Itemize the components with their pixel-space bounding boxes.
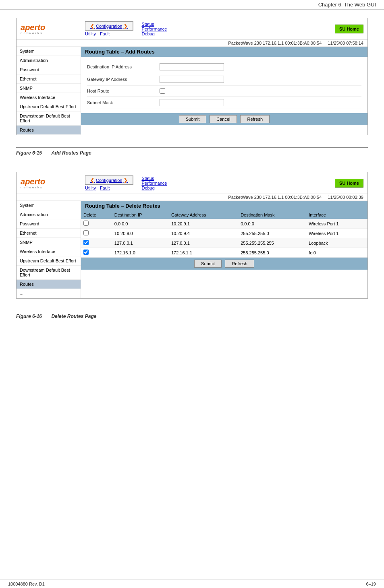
performance-link2[interactable]: Performance — [141, 181, 167, 186]
delete-checkbox-2[interactable] — [83, 230, 89, 235]
figure1-caption: Figure 6-15 Add Routes Page — [16, 147, 368, 156]
app2-main: Routing Table – Delete Routes Delete Des… — [81, 201, 367, 298]
sidebar-item-downstream[interactable]: Downstream Default Best Effort — [17, 111, 81, 126]
sidebar2-item-more[interactable]: ... — [17, 289, 81, 298]
cell-gateway-2: 10.20.9.4 — [169, 229, 238, 238]
cell-gateway-3: 127.0.0.1 — [169, 238, 238, 248]
figure1-label: Figure 6-15 — [16, 150, 42, 156]
app2-device-info: PacketWave 230 172.16.1.1 00:01:3B:A0:00… — [17, 194, 367, 201]
figure1-text: Add Routes Page — [51, 150, 91, 156]
sidebar-item-routes[interactable]: Routes — [17, 126, 81, 135]
sidebar2-item-upstream[interactable]: Upstream Default Best Effort — [17, 256, 81, 266]
page-content: aperto networks ❮ Configuration ❯ Utilit… — [0, 10, 384, 335]
host-route-checkbox[interactable] — [160, 88, 165, 94]
app2-su-home-area: SU Home — [335, 179, 363, 188]
sidebar-item-upstream[interactable]: Upstream Default Best Effort — [17, 102, 81, 111]
fault-tab2[interactable]: Fault — [100, 186, 110, 190]
gateway-ip-label: Gateway IP Address — [87, 77, 160, 82]
figure1-frame: aperto networks ❮ Configuration ❯ Utilit… — [16, 18, 368, 135]
performance-link[interactable]: Performance — [141, 27, 167, 31]
app1-device-info: PacketWave 230 172.16.1.1 00:01:3B:A0:00… — [17, 40, 367, 47]
dest-ip-input[interactable] — [160, 63, 224, 70]
refresh-button[interactable]: Refresh — [240, 115, 270, 123]
form-row-dest-ip: Destination IP Address — [87, 61, 361, 73]
logo-sub-text: networks — [21, 31, 43, 35]
cell-dest-ip-4: 172.16.1.0 — [112, 248, 169, 258]
cell-checkbox-4[interactable] — [81, 248, 112, 258]
device-info-text2: PacketWave 230 172.16.1.1 00:01:3B:A0:00… — [228, 195, 322, 200]
figure2-label: Figure 6-16 — [16, 314, 42, 319]
logo-sub-text2: networks — [21, 186, 43, 189]
app2-nav: ❮ Configuration ❯ Utility Fault — [85, 175, 133, 190]
delete-checkbox-3[interactable] — [83, 240, 89, 245]
aperto-logo2: aperto networks — [21, 177, 85, 189]
app1-config-group[interactable]: ❮ Configuration ❯ — [85, 21, 133, 31]
app2-sidebar: System Administration Password Ethernet … — [17, 201, 81, 298]
app2-button-row: Submit Refresh — [81, 258, 367, 270]
sidebar-item-wireless[interactable]: Wireless Interface — [17, 93, 81, 102]
app2-logo-area: aperto networks — [21, 177, 85, 189]
status-link2[interactable]: Status — [141, 176, 167, 181]
cell-gateway-1: 10.20.9.1 — [169, 219, 238, 229]
sidebar2-item-administration[interactable]: Administration — [17, 210, 81, 219]
cancel-button[interactable]: Cancel — [210, 115, 237, 123]
delete-checkbox-4[interactable] — [83, 250, 89, 255]
app2-config-group[interactable]: ❮ Configuration ❯ — [85, 175, 133, 185]
cell-interface-3: Loopback — [306, 238, 367, 248]
config-tab2[interactable]: ❮ Configuration ❯ — [85, 176, 133, 184]
device-date-text: 11/25/03 07:58:14 — [328, 41, 363, 45]
cell-checkbox-1[interactable] — [81, 219, 112, 229]
arrow-right-icon: ❯ — [123, 23, 128, 29]
app1-page-title: Routing Table – Add Routes — [81, 47, 367, 57]
cell-checkbox-2[interactable] — [81, 229, 112, 238]
app1-form: Destination IP Address Gateway IP Addres… — [81, 57, 367, 113]
sidebar2-item-snmp[interactable]: SNMP — [17, 238, 81, 247]
sidebar2-item-ethernet[interactable]: Ethernet — [17, 229, 81, 238]
cell-interface-1: Wireless Port 1 — [306, 219, 367, 229]
sidebar-item-system[interactable]: System — [17, 47, 81, 56]
subnet-mask-input[interactable] — [160, 99, 224, 106]
su-home-button2[interactable]: SU Home — [335, 179, 363, 188]
sidebar2-item-password[interactable]: Password — [17, 219, 81, 229]
cell-interface-4: fei0 — [306, 248, 367, 258]
arrow-left-icon2: ❮ — [90, 177, 95, 183]
sidebar-item-administration[interactable]: Administration — [17, 56, 81, 65]
col-header-gateway: Gateway Address — [169, 211, 238, 219]
su-home-button[interactable]: SU Home — [335, 25, 363, 33]
config-tab[interactable]: ❮ Configuration ❯ — [85, 22, 133, 30]
sidebar2-item-wireless[interactable]: Wireless Interface — [17, 247, 81, 256]
app1-body: System Administration Password Ethernet … — [17, 47, 367, 135]
sidebar-item-snmp[interactable]: SNMP — [17, 84, 81, 93]
app1-sub-tabs: Utility Fault — [85, 31, 133, 36]
cell-dest-ip-2: 10.20.9.0 — [112, 229, 169, 238]
table-row: 172.16.1.0 172.16.1.1 255.255.255.0 fei0 — [81, 248, 367, 258]
delete-checkbox-1[interactable] — [83, 221, 89, 226]
logo-text: aperto — [21, 23, 45, 32]
debug-link[interactable]: Debug — [141, 31, 167, 36]
form-row-gateway-ip: Gateway IP Address — [87, 73, 361, 86]
fault-tab[interactable]: Fault — [100, 31, 110, 36]
sidebar-item-ethernet[interactable]: Ethernet — [17, 74, 81, 84]
submit-button[interactable]: Submit — [179, 115, 206, 123]
utility-tab[interactable]: Utility — [85, 31, 96, 36]
page-header: Chapter 6. The Web GUI — [0, 0, 384, 10]
cell-gateway-4: 172.16.1.1 — [169, 248, 238, 258]
app1-header: aperto networks ❮ Configuration ❯ Utilit… — [17, 18, 367, 40]
arrow-left-icon: ❮ — [90, 23, 95, 29]
utility-tab2[interactable]: Utility — [85, 186, 96, 190]
debug-link2[interactable]: Debug — [141, 186, 167, 190]
status-link[interactable]: Status — [141, 22, 167, 27]
sidebar2-item-system[interactable]: System — [17, 201, 81, 210]
host-route-label: Host Route — [87, 89, 160, 93]
sidebar2-item-routes[interactable]: Routes — [17, 280, 81, 289]
refresh-button2[interactable]: Refresh — [225, 260, 254, 268]
figure2-text: Delete Routes Page — [51, 314, 96, 319]
submit-button2[interactable]: Submit — [194, 260, 222, 268]
sidebar2-item-downstream[interactable]: Downstream Default Best Effort — [17, 266, 81, 280]
footer-doc-number: 10004880 Rev. D1 — [8, 582, 45, 586]
gateway-ip-input[interactable] — [160, 76, 224, 83]
sidebar-item-password[interactable]: Password — [17, 65, 81, 74]
cell-mask-3: 255.255.255.255 — [238, 238, 306, 248]
subnet-mask-label: Subnet Mask — [87, 100, 160, 105]
cell-checkbox-3[interactable] — [81, 238, 112, 248]
